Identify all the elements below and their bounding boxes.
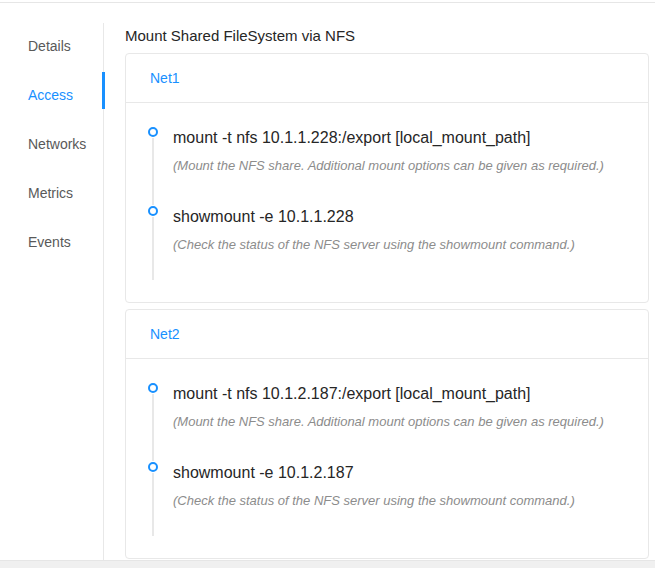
net2-card-body: mount -t nfs 10.1.2.187:/export [local_m… bbox=[126, 359, 648, 558]
showmount-command-text: showmount -e 10.1.1.228 bbox=[173, 205, 624, 229]
app-container: Details Access Networks Metrics Events M… bbox=[0, 0, 655, 561]
page-title: Mount Shared FileSystem via NFS bbox=[125, 25, 649, 47]
timeline-dot-icon bbox=[148, 462, 158, 472]
tab-access[interactable]: Access bbox=[0, 77, 103, 113]
active-tab-indicator bbox=[102, 72, 105, 109]
timeline-dot-icon bbox=[148, 383, 158, 393]
net2-timeline: mount -t nfs 10.1.2.187:/export [local_m… bbox=[148, 382, 624, 536]
net1-card: Net1 mount -t nfs 10.1.1.228:/export [lo… bbox=[125, 53, 649, 303]
tab-access-label: Access bbox=[28, 87, 73, 103]
tab-events[interactable]: Events bbox=[0, 224, 103, 260]
mount-command-text: mount -t nfs 10.1.1.228:/export [local_m… bbox=[173, 126, 624, 150]
mount-command-description: (Mount the NFS share. Additional mount o… bbox=[173, 413, 624, 431]
net2-card-title: Net2 bbox=[126, 310, 648, 359]
timeline-step: showmount -e 10.1.2.187 (Check the statu… bbox=[148, 461, 624, 536]
net1-card-body: mount -t nfs 10.1.1.228:/export [local_m… bbox=[126, 103, 648, 302]
timeline-step: showmount -e 10.1.1.228 (Check the statu… bbox=[148, 205, 624, 280]
mount-command-description: (Mount the NFS share. Additional mount o… bbox=[173, 157, 624, 175]
main-content: Mount Shared FileSystem via NFS Net1 mou… bbox=[104, 3, 655, 560]
tab-details[interactable]: Details bbox=[0, 28, 103, 64]
showmount-command-description: (Check the status of the NFS server usin… bbox=[173, 236, 624, 254]
tab-metrics[interactable]: Metrics bbox=[0, 175, 103, 211]
timeline-step: mount -t nfs 10.1.1.228:/export [local_m… bbox=[148, 126, 624, 205]
net1-card-title: Net1 bbox=[126, 54, 648, 103]
net1-timeline: mount -t nfs 10.1.1.228:/export [local_m… bbox=[148, 126, 624, 280]
timeline-dot-icon bbox=[148, 206, 158, 216]
showmount-command-description: (Check the status of the NFS server usin… bbox=[173, 492, 624, 510]
tab-networks[interactable]: Networks bbox=[0, 126, 103, 162]
timeline-step: mount -t nfs 10.1.2.187:/export [local_m… bbox=[148, 382, 624, 461]
sidebar-tabs: Details Access Networks Metrics Events bbox=[0, 23, 104, 560]
showmount-command-text: showmount -e 10.1.2.187 bbox=[173, 461, 624, 485]
access-page: Details Access Networks Metrics Events M… bbox=[0, 2, 655, 561]
mount-command-text: mount -t nfs 10.1.2.187:/export [local_m… bbox=[173, 382, 624, 406]
timeline-dot-icon bbox=[148, 127, 158, 137]
net2-card: Net2 mount -t nfs 10.1.2.187:/export [lo… bbox=[125, 309, 649, 559]
